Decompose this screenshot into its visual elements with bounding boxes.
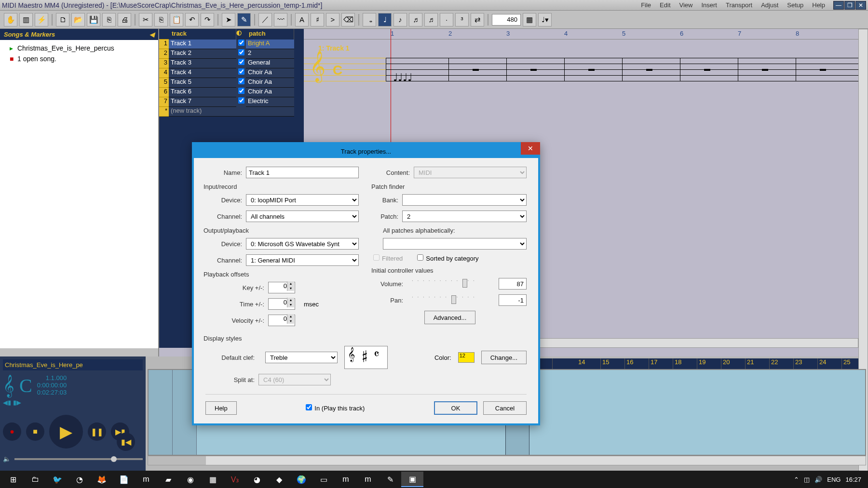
track-row[interactable]: 1Track 1Bright A [159, 40, 304, 49]
track-row[interactable]: 7Track 7Electric [159, 97, 304, 107]
tool-eraser-icon[interactable]: ⌫ [341, 13, 355, 26]
minimize-button[interactable]: — [833, 1, 844, 10]
task-app-icon[interactable]: ▦ [202, 472, 224, 487]
name-input[interactable] [246, 167, 359, 178]
menu-help[interactable]: Help [808, 0, 829, 10]
track-row[interactable]: 6Track 6Choir Aa [159, 88, 304, 97]
overview-hscroll[interactable] [148, 456, 866, 465]
tray-volume-icon[interactable]: 🔊 [814, 476, 822, 483]
menu-insert[interactable]: Insert [697, 0, 721, 10]
tool-wand-icon[interactable]: ⚡ [35, 13, 48, 26]
tray-chevron-icon[interactable]: ⌃ [794, 476, 799, 483]
track-enable-chk[interactable] [238, 40, 244, 46]
menu-file[interactable]: File [637, 0, 655, 10]
song-item[interactable]: 1 open song. [3, 53, 155, 64]
tool-redo-icon[interactable]: ↷ [201, 13, 214, 26]
track-header[interactable]: track [169, 29, 236, 40]
tool-cut-icon[interactable]: ✂ [139, 13, 152, 26]
track-vis-icon[interactable]: ◐ [236, 29, 246, 40]
maximize-button[interactable]: ❐ [844, 1, 855, 10]
tool-note-32-icon[interactable]: ♬ [424, 13, 438, 26]
clef-select[interactable]: Treble [265, 352, 338, 363]
track-row[interactable]: 5Track 5Choir Aa [159, 78, 304, 88]
task-app-icon[interactable]: ▭ [312, 472, 335, 487]
song-item[interactable]: Christmas_Eve_is_Here_percus [3, 43, 155, 53]
output-channel-select[interactable]: 1: General MIDI [246, 254, 359, 266]
tool-text-icon[interactable]: A [295, 13, 309, 26]
tool-note-16-icon[interactable]: ♬ [409, 13, 422, 26]
tool-hand-icon[interactable]: ✋ [4, 13, 17, 26]
task-app-icon[interactable]: ◔ [68, 472, 91, 487]
track-row[interactable]: 3Track 3General [159, 59, 304, 68]
tool-curve-icon[interactable]: 〰 [274, 13, 287, 26]
key-offset-spin[interactable]: 0 [268, 282, 295, 293]
track-row[interactable]: 4Track 4Choir Aa [159, 68, 304, 78]
track-row[interactable]: 2Track 22 [159, 49, 304, 59]
tempo-input[interactable] [492, 14, 521, 26]
input-device-select[interactable]: 0: loopMIDI Port [246, 194, 359, 206]
panel-collapse-icon[interactable]: ◀ [149, 31, 154, 38]
menu-transport[interactable]: Transport [722, 0, 756, 10]
close-button[interactable]: ✕ [855, 1, 866, 10]
tool-triplet-icon[interactable]: ³ [455, 13, 469, 26]
tool-accent-icon[interactable]: > [326, 13, 339, 26]
play-button[interactable]: ▶ [49, 415, 83, 448]
start-button[interactable]: ⊞ [2, 472, 24, 487]
track-enable-chk[interactable] [238, 49, 244, 55]
velocity-offset-spin[interactable]: 0 [268, 315, 295, 326]
tray-lang[interactable]: ENG [827, 476, 841, 483]
dialog-close-button[interactable]: ✕ [521, 142, 540, 155]
tool-savemulti-icon[interactable]: ⎘ [102, 13, 116, 26]
time-ruler[interactable]: 1 2 3 4 5 6 7 8 [304, 29, 868, 40]
volume-value[interactable] [499, 278, 527, 290]
time-offset-spin[interactable]: 0 [268, 298, 295, 310]
volume-slider[interactable] [14, 458, 143, 460]
tool-note-val-icon[interactable]: ♩▾ [538, 13, 552, 26]
input-channel-select[interactable]: All channels [246, 211, 359, 222]
tool-new-icon[interactable]: 🗋 [56, 13, 69, 26]
tool-tempo-icon[interactable]: ⇄ [471, 13, 484, 26]
task-app-icon[interactable]: m [335, 472, 357, 487]
menu-edit[interactable]: Edit [656, 0, 674, 10]
tool-line-icon[interactable]: ／ [258, 13, 272, 26]
task-app-icon[interactable]: V₃ [224, 472, 246, 487]
menu-adjust[interactable]: Adjust [757, 0, 782, 10]
track-enable-chk[interactable] [238, 59, 244, 65]
tool-dot-icon[interactable]: · [440, 13, 453, 26]
tool-grid-icon[interactable]: ▦ [523, 13, 536, 26]
task-app-icon[interactable]: m [357, 472, 379, 487]
task-app-icon[interactable]: ✎ [379, 472, 401, 487]
menu-setup[interactable]: Setup [783, 0, 807, 10]
ok-button[interactable]: OK [434, 401, 477, 415]
tool-pencil-icon[interactable]: ✎ [237, 13, 251, 26]
task-app-icon[interactable]: m [135, 472, 157, 487]
task-explorer-icon[interactable]: 🗀 [24, 472, 46, 487]
pause-button[interactable]: ❚❚ [88, 422, 106, 441]
task-app-icon[interactable]: 📄 [113, 472, 135, 487]
pan-value[interactable] [499, 294, 527, 306]
task-app-icon[interactable]: ◆ [268, 472, 290, 487]
tool-note-whole-icon[interactable]: 𝅝 [363, 13, 376, 26]
task-app-icon[interactable]: 🐦 [46, 472, 68, 487]
advanced-button[interactable]: Advanced... [424, 311, 476, 324]
track-enable-chk[interactable] [238, 88, 244, 94]
track-row-new[interactable]: *(new track) [159, 107, 304, 117]
menu-view[interactable]: View [676, 0, 697, 10]
tool-note-quarter-icon[interactable]: ♩ [378, 13, 392, 26]
volume-slider-dlg[interactable] [412, 283, 494, 285]
stop-button[interactable]: ■ [26, 422, 44, 441]
task-app-icon[interactable]: ◉ [179, 472, 202, 487]
help-button[interactable]: Help [205, 401, 237, 415]
tool-note-eighth-icon[interactable]: ♪ [393, 13, 407, 26]
track-enable-chk[interactable] [238, 78, 244, 84]
play-track-chk[interactable] [306, 404, 312, 410]
tool-open-icon[interactable]: 📂 [71, 13, 85, 26]
tray-net-icon[interactable]: ◫ [804, 476, 810, 483]
track-enable-chk[interactable] [238, 97, 244, 104]
track-enable-chk[interactable] [238, 68, 244, 75]
task-firefox-icon[interactable]: 🦊 [91, 472, 113, 487]
tool-undo-icon[interactable]: ↶ [185, 13, 199, 26]
cancel-button[interactable]: Cancel [483, 401, 527, 415]
prev-button[interactable]: ▮◀ [117, 433, 135, 451]
patch-header[interactable]: patch [246, 29, 294, 40]
